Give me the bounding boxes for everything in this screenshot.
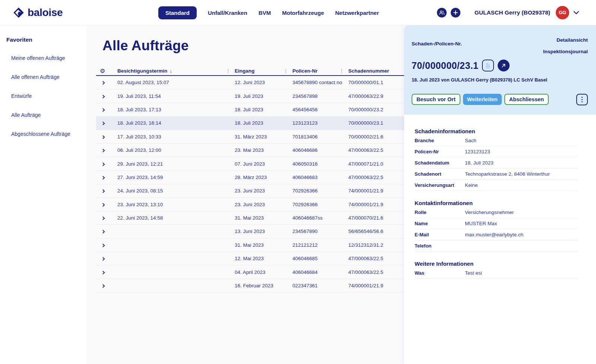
cell-eingang: 31. Mai 2023 <box>235 215 292 221</box>
detailansicht-link[interactable]: Detailansicht <box>543 34 588 46</box>
detail-label: Rolle <box>415 210 465 215</box>
logo-text: baloise <box>28 7 63 19</box>
baloise-diamond-icon <box>13 7 24 18</box>
tab-unfall-kranken[interactable]: Unfall/Kranken <box>208 6 247 19</box>
chevron-right-icon[interactable] <box>101 122 105 125</box>
chevron-right-icon[interactable] <box>101 217 105 220</box>
chevron-right-icon[interactable] <box>101 203 105 207</box>
add-button[interactable] <box>451 8 460 17</box>
chevron-right-icon[interactable] <box>101 243 105 247</box>
plus-icon <box>453 10 458 15</box>
cell-eingang: 16. Februar 2023 <box>235 283 292 288</box>
cell-besichtigungstermin: 18. Juli 2023, 17:13 <box>117 107 235 112</box>
section-weitere-informationen: Weitere InformationenWasTest esi <box>415 261 577 279</box>
chevron-right-icon[interactable] <box>101 162 105 166</box>
cell-besichtigungstermin: 24. Juni 2023, 08:15 <box>117 188 235 194</box>
cell-policen-nr: 345678890 contact no <box>292 80 348 85</box>
sidebar-item-alle-offenen-aufträge[interactable]: Alle offenen Aufträge <box>6 67 86 86</box>
column-policen-nr[interactable]: Policen-Nr <box>292 68 348 74</box>
section-title: Kontaktinformationen <box>415 200 577 206</box>
cell-policen-nr: 701813406 <box>292 134 348 140</box>
cell-eingang: 28. März 2023 <box>235 175 292 180</box>
chevron-right-icon[interactable] <box>101 257 105 261</box>
sidebar-item-abgeschlossene-aufträge[interactable]: Abgeschlossene Aufträge <box>6 124 86 143</box>
tab-standard[interactable]: Standard <box>158 6 197 19</box>
detail-value: Test esi <box>465 270 577 276</box>
column-eingang[interactable]: Eingang <box>235 68 292 74</box>
sidebar-heading: Favoriten <box>6 36 86 43</box>
detail-value: 18. Juli 2023 <box>465 160 577 166</box>
cell-eingang: 04. April 2023 <box>235 269 292 275</box>
cell-policen-nr: 022347361 <box>292 283 348 288</box>
people-icon <box>439 10 445 15</box>
chevron-right-icon[interactable] <box>101 189 105 193</box>
weiterleiten-button[interactable]: Weiterleiten <box>463 94 502 105</box>
cell-besichtigungstermin: 18. Juli 2023, 16:14 <box>117 120 235 126</box>
cell-eingang: 12. Mai 2023 <box>235 256 292 261</box>
cell-eingang: 12. Juni 2023 <box>235 80 292 85</box>
panel-links: Detailansicht Inspektionsjournal <box>543 34 588 57</box>
cell-besichtigungstermin: 19. Juli 2023, 11:54 <box>117 93 235 99</box>
arrow-up-right-icon <box>501 63 507 68</box>
cell-eingang: 23. Mai 2023 <box>235 147 292 153</box>
chevron-right-icon[interactable] <box>101 230 105 234</box>
chevron-right-icon[interactable] <box>101 149 105 153</box>
cell-besichtigungstermin: 23. Juni 2023, 13:10 <box>117 202 235 207</box>
cell-policen-nr: 406046683 <box>292 175 348 180</box>
contacts-button[interactable] <box>437 8 447 17</box>
detail-label: Policen-Nr <box>415 149 465 154</box>
cell-besichtigungstermin: 17. Juli 2023, 10:33 <box>117 134 235 140</box>
copy-button[interactable] <box>482 60 494 71</box>
detail-label: Telefon <box>415 243 465 249</box>
sidebar-item-entwürfe[interactable]: Entwürfe <box>6 86 86 105</box>
detail-label: Name <box>415 221 465 226</box>
cell-policen-nr: 406046686 <box>292 147 348 153</box>
detail-row: WasTest esi <box>415 268 577 279</box>
section-kontaktinformationen: KontaktinformationenRolleVersicherungsne… <box>415 200 577 252</box>
detail-row: SchadenortTechnoparkstrasse 2, 8406 Wint… <box>415 169 577 180</box>
claim-byline: 18. Juli 2023 von GULASCH Gerry (B029378… <box>412 77 547 83</box>
column-besichtigungstermin[interactable]: Besichtigungstermin↓ <box>117 68 235 74</box>
page-title: Alle Aufträge <box>102 38 188 54</box>
tab-motorfahrzeuge[interactable]: Motorfahrzeuge <box>282 6 324 19</box>
detail-row: RolleVersicherungsnehmer <box>415 207 577 218</box>
chevron-right-icon[interactable] <box>101 271 105 274</box>
user-name[interactable]: GULASCH Gerry (BO29378) <box>475 9 550 16</box>
cell-policen-nr: 406046684 <box>292 269 348 275</box>
more-options-button[interactable] <box>576 94 588 105</box>
cell-policen-nr: 234567898 <box>292 93 348 99</box>
cell-policen-nr: 406050316 <box>292 161 348 167</box>
sidebar-item-meine-offenen-aufträge[interactable]: Meine offenen Aufträge <box>6 48 86 67</box>
baloise-logo[interactable]: baloise <box>13 7 63 19</box>
cell-eingang: 23. Juni 2023 <box>235 202 292 207</box>
detail-row: Schadendatum18. Juli 2023 <box>415 157 577 169</box>
cell-eingang: 18. Juli 2023 <box>235 107 292 112</box>
chevron-down-icon[interactable] <box>573 11 579 15</box>
main-nav: StandardUnfall/KrankenBVMMotorfahrzeugeN… <box>158 0 379 25</box>
inspektionsjournal-link[interactable]: Inspektionsjournal <box>543 46 588 57</box>
cell-policen-nr: 406046687ss <box>292 215 348 221</box>
chevron-right-icon[interactable] <box>101 95 105 98</box>
detail-label: E-Mail <box>415 232 465 237</box>
sidebar-item-alle-aufträge[interactable]: Alle Aufträge <box>6 105 86 124</box>
detail-row: Telefon <box>415 240 577 252</box>
open-claim-button[interactable] <box>498 60 510 71</box>
tab-netzwerkpartner[interactable]: Netzwerkpartner <box>335 6 379 19</box>
gear-icon[interactable]: ⚙ <box>96 68 105 74</box>
abschliessen-button[interactable]: Abschliessen <box>504 94 549 105</box>
cell-eingang: 31. Mai 2023 <box>235 242 292 248</box>
chevron-right-icon[interactable] <box>101 108 105 112</box>
tab-bvm[interactable]: BVM <box>259 6 271 19</box>
chevron-right-icon[interactable] <box>101 135 105 139</box>
cell-eingang: 23. Juni 2023 <box>235 188 292 194</box>
besuch-vor-ort-button[interactable]: Besuch vor Ort <box>412 94 460 105</box>
claim-actions: Besuch vor OrtWeiterleitenAbschliessen <box>412 94 549 105</box>
chevron-right-icon[interactable] <box>101 284 105 288</box>
chevron-right-icon[interactable] <box>101 81 105 85</box>
detail-label: Schadendatum <box>415 160 465 166</box>
detail-row: VersicherungsartKeine <box>415 180 577 191</box>
avatar[interactable]: GG <box>556 6 569 19</box>
copy-document-icon <box>485 63 491 69</box>
detail-value: 123123123 <box>465 149 577 154</box>
chevron-right-icon[interactable] <box>101 176 105 179</box>
